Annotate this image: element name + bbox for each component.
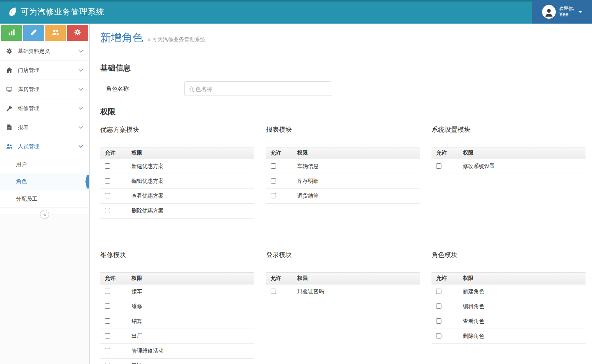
page-header: 新增角色 » 可为汽修业务管理系统 — [100, 30, 586, 52]
permission-row: 编辑角色 — [432, 299, 586, 314]
sidebar-collapse-button[interactable]: « — [40, 210, 49, 219]
permission-checkbox[interactable] — [105, 208, 110, 213]
permission-checkbox[interactable] — [105, 318, 110, 324]
sidebar-item-label: 报表 — [18, 124, 79, 131]
sidebar-item-stores[interactable]: 门店管理 — [0, 61, 89, 80]
permission-label: 新建优惠方案 — [127, 159, 254, 174]
document-icon — [6, 124, 14, 131]
module-title: 优惠方案模块 — [100, 125, 254, 134]
permission-checkbox[interactable] — [271, 163, 276, 169]
permission-label: 管理维修活动 — [127, 344, 254, 359]
topbar: 可为汽修业务管理系统 欢迎你, Yee — [0, 0, 592, 24]
permission-row: 查看优惠方案 — [100, 189, 254, 204]
sidebar-item-label: 库房管理 — [18, 86, 79, 93]
permission-checkbox[interactable] — [436, 289, 441, 294]
permission-checkbox[interactable] — [271, 289, 276, 294]
column-header-allow: 允许 — [100, 147, 127, 159]
shortcut-stats-button[interactable] — [1, 25, 22, 41]
role-name-row: 角色名称 — [100, 81, 586, 96]
column-header-allow: 允许 — [266, 147, 293, 159]
permission-label: 回访 — [127, 359, 254, 364]
permission-row: 删除角色 — [432, 329, 586, 344]
user-welcome: 欢迎你, Yee — [559, 6, 574, 18]
permission-row: 车辆信息 — [266, 159, 420, 174]
module-system-settings: 系统设置模块 允许 权限 修改系统设置 — [432, 125, 586, 174]
permission-label: 查看角色 — [458, 314, 586, 329]
permission-label: 新建角色 — [458, 284, 586, 299]
permission-checkbox[interactable] — [105, 178, 110, 184]
permission-label: 调货结算 — [293, 189, 420, 204]
permission-checkbox[interactable] — [271, 178, 276, 184]
permission-row: 出厂 — [100, 329, 254, 344]
column-header-allow: 允许 — [432, 147, 458, 159]
permissions-heading: 权限 — [100, 107, 586, 117]
sidebar-item-label: 基础资料定义 — [18, 48, 79, 55]
module-title: 登录模块 — [266, 251, 420, 259]
users-icon — [6, 143, 14, 150]
permission-checkbox[interactable] — [105, 363, 110, 364]
permission-checkbox[interactable] — [105, 348, 110, 353]
module-title: 报表模块 — [266, 125, 420, 134]
column-header-allow: 允许 — [266, 273, 293, 284]
permission-label: 编辑优惠方案 — [127, 174, 254, 189]
sidebar-subitem-roles[interactable]: 角色 — [0, 173, 89, 190]
permission-row: 库存明细 — [266, 174, 420, 189]
permission-table: 允许 权限 接车 维修 — [100, 272, 254, 364]
sidebar-item-reports[interactable]: 报表 — [0, 118, 89, 137]
personnel-submenu: 用户 角色 分配员工 — [0, 156, 89, 208]
sidebar-subitem-users[interactable]: 用户 — [0, 156, 89, 173]
sidebar-item-personnel[interactable]: 人员管理 — [0, 137, 89, 156]
permission-checkbox[interactable] — [436, 163, 441, 169]
shortcut-edit-button[interactable] — [23, 25, 44, 41]
permission-label: 维修 — [127, 299, 254, 314]
role-name-label: 角色名称 — [100, 85, 184, 93]
permission-label: 结算 — [127, 314, 254, 329]
permission-table: 允许 权限 修改系统设置 — [432, 147, 586, 174]
sidebar-item-label: 门店管理 — [18, 67, 79, 74]
permission-checkbox[interactable] — [271, 193, 276, 198]
chevron-down-icon — [79, 69, 83, 72]
permission-label: 车辆信息 — [293, 159, 420, 174]
shortcut-users-button[interactable] — [45, 25, 66, 41]
permission-checkbox[interactable] — [105, 333, 110, 338]
permission-checkbox[interactable] — [436, 318, 441, 324]
module-title: 系统设置模块 — [432, 125, 586, 134]
breadcrumb[interactable]: » 可为汽修业务管理系统 — [148, 36, 205, 43]
module-title: 角色模块 — [432, 251, 586, 259]
permission-label: 查看优惠方案 — [127, 189, 254, 204]
user-menu[interactable]: 欢迎你, Yee — [532, 0, 592, 24]
permission-checkbox[interactable] — [105, 289, 110, 294]
column-header-permission: 权限 — [458, 273, 586, 284]
permission-row: 删除优惠方案 — [100, 204, 254, 219]
page-title: 新增角色 — [100, 30, 143, 45]
basic-info-heading: 基础信息 — [100, 63, 586, 73]
chevron-down-icon — [79, 88, 83, 91]
submenu-item-label: 分配员工 — [16, 196, 37, 203]
sidebar-item-repair[interactable]: 维修管理 — [0, 99, 89, 118]
column-header-permission: 权限 — [127, 147, 254, 159]
caret-down-icon — [578, 11, 582, 13]
permission-row: 结算 — [100, 314, 254, 329]
role-name-input[interactable] — [184, 81, 331, 96]
chevron-down-icon — [79, 50, 83, 53]
permission-checkbox[interactable] — [105, 163, 110, 169]
column-header-permission: 权限 — [127, 273, 254, 284]
sidebar-subitem-assign-staff[interactable]: 分配员工 — [0, 190, 89, 208]
permission-row: 接车 — [100, 284, 254, 299]
module-roles: 角色模块 允许 权限 新建角色 — [432, 251, 586, 344]
permission-checkbox[interactable] — [105, 303, 110, 309]
shortcut-settings-button[interactable] — [67, 25, 88, 41]
permission-row: 修改系统设置 — [432, 159, 586, 174]
permission-checkbox[interactable] — [105, 193, 110, 198]
permission-label: 编辑角色 — [458, 299, 586, 314]
permission-checkbox[interactable] — [436, 333, 441, 338]
permission-label: 删除优惠方案 — [127, 204, 254, 219]
permission-checkbox[interactable] — [436, 303, 441, 309]
sidebar-item-warehouse[interactable]: 库房管理 — [0, 80, 89, 99]
sidebar-item-basic-data[interactable]: 基础资料定义 — [0, 42, 89, 61]
sidebar-shortcuts — [0, 24, 89, 42]
main-content: 新增角色 » 可为汽修业务管理系统 基础信息 角色名称 权限 优惠方案模块 允许… — [90, 24, 592, 364]
column-header-permission: 权限 — [293, 273, 420, 284]
column-header-allow: 允许 — [432, 273, 458, 284]
users-icon — [52, 29, 59, 37]
